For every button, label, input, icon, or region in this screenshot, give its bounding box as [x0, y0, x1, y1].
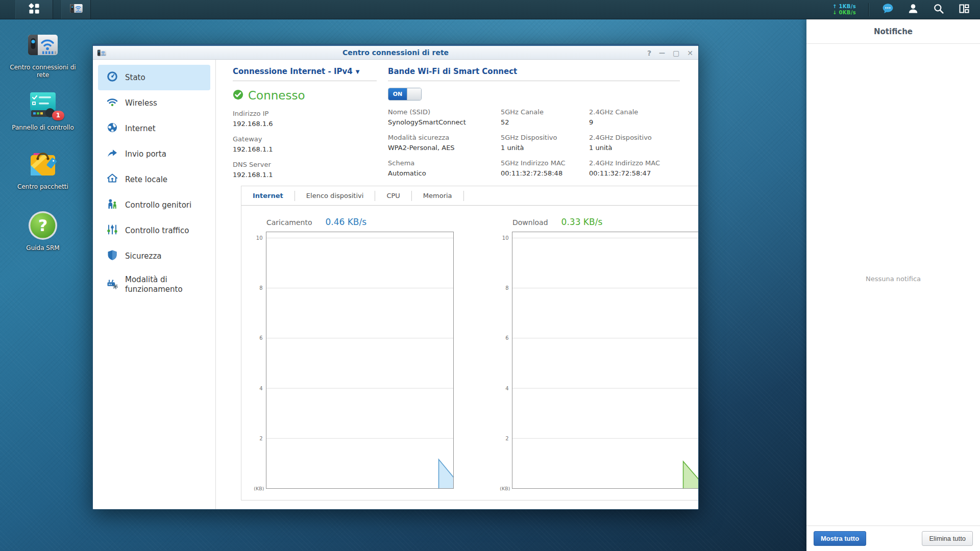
taskbar-item-network-center[interactable] [61, 0, 91, 19]
window-sidebar: Stato Wireless [93, 60, 216, 509]
smart-connect-heading: Bande Wi-Fi di Smart Connect [388, 67, 680, 81]
sidebar-item-label: Controllo genitori [125, 201, 191, 210]
minimize-button[interactable]: — [659, 50, 665, 56]
status-page: Connessione Internet - IPv4 ▼ Connesso I… [216, 60, 698, 509]
wifi-field: 2.4GHz Dispositivo1 unità [589, 134, 680, 152]
desktop-icon-control-panel[interactable]: 1 Pannello di controllo [7, 89, 79, 132]
field-label: DNS Server [233, 161, 377, 168]
download-chart-plot: 246810(KB) [495, 231, 698, 492]
svg-text:8: 8 [259, 285, 262, 291]
field-value: 00:11:32:72:58:48 [501, 169, 589, 177]
control-panel-icon: 1 [27, 89, 59, 121]
sidebar-item-local-network[interactable]: Rete locale [98, 167, 210, 192]
desktop-icon-label: Centro connessioni di rete [7, 64, 79, 79]
notifications-divider [806, 43, 980, 44]
sidebar-item-parental-control[interactable]: Controllo genitori [98, 192, 210, 218]
field-label: Nome (SSID) [388, 108, 501, 116]
tab-device-list[interactable]: Elenco dispositivi [295, 186, 375, 205]
svg-text:(KB): (KB) [254, 486, 264, 491]
widgets-button[interactable] [958, 3, 971, 16]
field-value: 192.168.1.1 [233, 145, 377, 153]
sidebar-item-traffic-control[interactable]: Controllo traffico [98, 218, 210, 243]
user-menu-button[interactable] [906, 3, 920, 16]
field-value: 52 [501, 118, 589, 126]
monitor-panel: Internet Elenco dispositivi CPU Memoria … [241, 186, 698, 500]
tab-memory[interactable]: Memoria [412, 186, 463, 205]
svg-text:4: 4 [505, 386, 508, 391]
field-label: 2.4GHz Canale [589, 108, 680, 116]
wifi-field: Modalità sicurezzaWPA2-Personal, AES [388, 134, 501, 152]
status-field: DNS Server 192.168.1.1 [233, 161, 377, 179]
desktop-icon-label: Centro pacchetti [7, 183, 79, 191]
desktop-icon-help[interactable]: ? Guida SRM [7, 209, 79, 252]
home-network-icon [106, 172, 118, 187]
sidebar-item-status[interactable]: Stato [98, 65, 210, 90]
field-value: SynologySmartConnect [388, 118, 501, 126]
field-label: 2.4GHz Indirizzo MAC [589, 159, 680, 167]
monitor-tabs: Internet Elenco dispositivi CPU Memoria [241, 186, 698, 206]
sidebar-item-label: Internet [125, 124, 156, 134]
search-button[interactable] [932, 3, 945, 16]
smart-connect-heading-label: Bande Wi-Fi di Smart Connect [388, 67, 517, 76]
close-button[interactable]: ✕ [687, 49, 693, 57]
main-menu-button[interactable] [15, 0, 53, 19]
field-value: 192.168.1.1 [233, 171, 377, 179]
sidebar-item-port-forwarding[interactable]: Invio porta [98, 141, 210, 167]
notifications-panel: Notifiche Nessuna notifica Mostra tutto … [806, 19, 980, 551]
svg-text:4: 4 [259, 386, 262, 391]
wifi-field: SchemaAutomatico [388, 159, 501, 177]
upload-chart: Caricamento 0.46 KB/s 246810(KB) [249, 217, 454, 494]
shield-icon [106, 249, 118, 263]
wifi-field: 5GHz Dispositivo1 unità [501, 134, 589, 152]
field-label: Modalità sicurezza [388, 134, 501, 141]
wifi-icon [106, 96, 118, 110]
svg-text:6: 6 [259, 335, 262, 341]
sidebar-item-label: Modalità di funzionamento [125, 275, 206, 294]
notifications-footer: Mostra tutto Elimina tutto [806, 525, 980, 551]
toggle-knob [407, 88, 421, 100]
network-center-icon [27, 29, 59, 61]
download-speed: 0KB/s [839, 10, 856, 15]
desktop-icon-label: Guida SRM [7, 244, 79, 252]
sidebar-item-label: Controllo traffico [125, 226, 189, 236]
desktop-icon-package-center[interactable]: Centro pacchetti [7, 148, 79, 191]
forward-arrow-icon [106, 147, 118, 161]
sidebar-item-security[interactable]: Sicurezza [98, 243, 210, 269]
wifi-field: 5GHz Indirizzo MAC00:11:32:72:58:48 [501, 159, 589, 177]
svg-text:8: 8 [505, 285, 508, 291]
show-all-button[interactable]: Mostra tutto [814, 531, 866, 546]
sidebar-item-operation-mode[interactable]: Modalità di funzionamento [98, 269, 210, 300]
sidebar-item-internet[interactable]: Internet [98, 116, 210, 141]
field-label: 2.4GHz Dispositivo [589, 134, 680, 141]
internet-connection-heading[interactable]: Connessione Internet - IPv4 ▼ [233, 67, 377, 81]
network-center-window: Centro connessioni di rete ? — ▢ ✕ Stato [92, 44, 699, 510]
notification-count-badge: 1 [52, 111, 64, 120]
notifications-title: Notifiche [806, 19, 980, 36]
field-label: 5GHz Canale [501, 108, 589, 116]
tab-internet[interactable]: Internet [241, 186, 295, 205]
internet-connection-heading-label: Connessione Internet - IPv4 [233, 67, 353, 76]
upload-chart-plot: 246810(KB) [249, 231, 454, 492]
svg-text:?: ? [38, 216, 48, 235]
sidebar-item-wireless[interactable]: Wireless [98, 90, 210, 116]
desktop-icon-network-center[interactable]: Centro connessioni di rete [7, 29, 79, 79]
globe-icon [106, 121, 118, 136]
smart-connect-toggle[interactable]: ON [388, 88, 422, 101]
notifications-empty-text: Nessuna notifica [806, 275, 980, 283]
field-value: 1 unità [589, 144, 680, 152]
tab-cpu[interactable]: CPU [375, 186, 411, 205]
field-value: 192.168.1.6 [233, 120, 377, 128]
tab-divider [463, 191, 464, 201]
clear-all-button[interactable]: Elimina tutto [922, 531, 973, 546]
maximize-button[interactable]: ▢ [673, 49, 679, 57]
status-field: Gateway 192.168.1.1 [233, 135, 377, 153]
sidebar-item-label: Invio porta [125, 149, 166, 159]
field-label: 5GHz Indirizzo MAC [501, 159, 589, 167]
status-field: Indirizzo IP 192.168.1.6 [233, 110, 377, 128]
chat-button[interactable] [881, 3, 894, 16]
wifi-field: 2.4GHz Canale9 [589, 108, 680, 126]
search-icon [933, 3, 945, 17]
window-titlebar[interactable]: Centro connessioni di rete ? — ▢ ✕ [93, 44, 698, 60]
help-button[interactable]: ? [647, 49, 651, 57]
router-gear-icon [106, 278, 118, 292]
